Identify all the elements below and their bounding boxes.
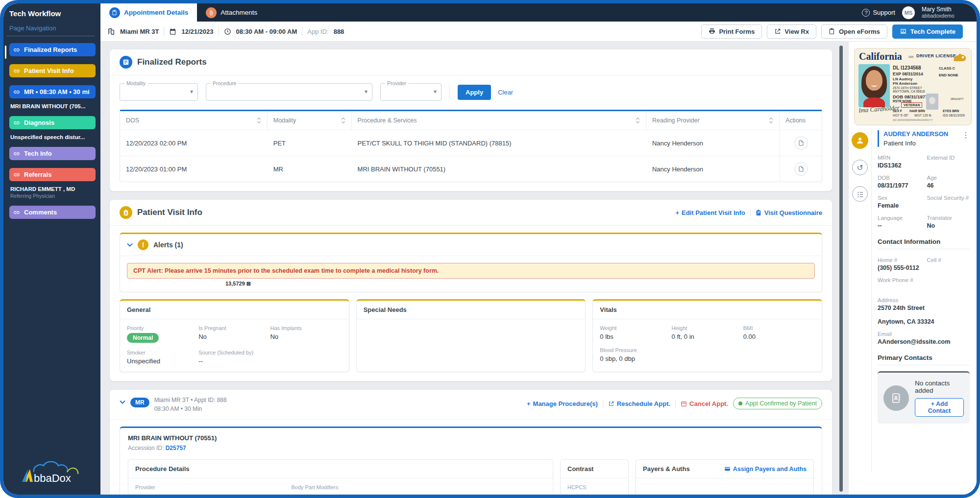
- history-icon[interactable]: ↺: [852, 160, 868, 175]
- field-label: HCPCS: [567, 484, 621, 490]
- edit-patient-visit-link[interactable]: + Edit Patient Visit Info: [675, 209, 745, 216]
- appointment-toolbar: Miami MR 3T 12/21/2023 08:30 AM - 09:00 …: [100, 22, 977, 42]
- finalized-reports-section: Finalized Reports Modality ▾ Procedure ▾…: [109, 49, 833, 191]
- sidebar-item-mr-appointment[interactable]: MR • 08:30 AM • 30 mi: [9, 85, 96, 98]
- laptop-icon: [900, 28, 907, 35]
- license-wgt: WGT 125 lb: [914, 114, 931, 117]
- add-contact-button[interactable]: + Add Contact: [915, 398, 964, 417]
- referral-name: RICHARD EMMETT , MD: [10, 186, 96, 192]
- view-report-button[interactable]: [794, 162, 808, 176]
- manage-procedures-link[interactable]: + Manage Procedure(s): [527, 400, 598, 407]
- field-label: Translator: [927, 215, 970, 221]
- cancel-appt-link[interactable]: Cancel Appt.: [681, 400, 728, 407]
- card-title: Payers & Auths: [643, 465, 690, 473]
- field-value: 0 sbp, 0 dbp: [600, 355, 815, 362]
- field-value: [927, 202, 970, 209]
- field-value: [878, 285, 970, 291]
- avatar[interactable]: MS: [902, 6, 915, 19]
- sidebar-item-tech-info[interactable]: Tech Info: [9, 147, 96, 160]
- field-label: Provider: [135, 484, 291, 490]
- license-eyes: EYES BRN: [943, 109, 959, 113]
- view-report-button[interactable]: [794, 136, 808, 150]
- column-header-reading-provider[interactable]: Reading Provider: [646, 111, 780, 130]
- sort-icon: [636, 118, 640, 123]
- document-icon: [798, 166, 804, 172]
- sidebar-item-comments[interactable]: Comments: [9, 206, 96, 219]
- plus-icon: +: [527, 400, 531, 407]
- user-name: Mary Smith: [922, 6, 963, 13]
- patient-details: AUDREY ANDERSON Patient Info ⋮ MRN IDS13…: [871, 130, 977, 473]
- assign-payers-link[interactable]: Assign Payers and Auths: [724, 466, 807, 473]
- checklist-icon[interactable]: [852, 186, 868, 202]
- divider: [603, 400, 603, 407]
- field-value: 46: [927, 182, 970, 189]
- work-phone-field: Work Phone #: [878, 277, 970, 291]
- accession-label: Accession ID:: [128, 445, 164, 451]
- field-value: Anytown, CA 33324: [878, 318, 970, 325]
- sex-field: Sex Female: [878, 195, 927, 209]
- sidebar-item-referrals[interactable]: Referrals: [9, 168, 96, 181]
- tech-complete-button[interactable]: Tech Complete: [892, 24, 963, 39]
- view-rx-button[interactable]: View Rx: [767, 24, 816, 39]
- tab-label: Appointment Details: [124, 9, 188, 16]
- smoker-field: Smoker Unspecified: [127, 350, 198, 365]
- cpt-alert-message: CPT Alert: Please arrive 15 minutes prio…: [127, 263, 815, 279]
- cell-modality: PET: [268, 130, 352, 156]
- field-label: Weight: [600, 325, 671, 331]
- reschedule-appt-link[interactable]: Reschedule Appt.: [608, 400, 670, 407]
- field-value: (305) 555-0112: [878, 264, 927, 271]
- accession-link[interactable]: D25757: [166, 445, 186, 451]
- vertical-scrollbar[interactable]: [839, 46, 843, 492]
- chevron-down-icon[interactable]: [127, 243, 133, 247]
- license-end: END NONE: [939, 73, 958, 77]
- tab-attachments[interactable]: Attachments: [197, 3, 266, 22]
- column-header-modality[interactable]: Modality: [268, 111, 352, 130]
- email-field: Email AAnderson@idssite.com: [878, 331, 970, 345]
- license-photo: [858, 64, 890, 107]
- column-header-dos[interactable]: DOS: [120, 111, 268, 130]
- driver-license-image: California USA DRIVER LICENSE DL I123456…: [854, 48, 972, 125]
- main-content: Finalized Reports Modality ▾ Procedure ▾…: [100, 42, 841, 495]
- appointment-line2: 08:30 AM • 30 Min: [154, 404, 227, 413]
- clear-button[interactable]: Clear: [498, 89, 513, 96]
- column-header-procedure[interactable]: Procedure & Services: [352, 111, 646, 130]
- modality-select[interactable]: Modality ▾: [120, 83, 198, 101]
- appointment-meta: Miami MR 3T • Appt ID: 888 08:30 AM • 30…: [154, 396, 227, 413]
- procedure-select[interactable]: Procedure ▾: [206, 83, 372, 101]
- user-info[interactable]: Mary Smith abbadoxdemo: [922, 6, 963, 19]
- external-link-icon: [608, 401, 614, 407]
- support-button[interactable]: ? Support: [862, 9, 895, 17]
- sidebar-item-finalized-reports[interactable]: Finalized Reports: [9, 43, 96, 56]
- kebab-menu-icon[interactable]: ⋮: [962, 130, 970, 147]
- sidebar-item-label: Diagnosis: [24, 119, 54, 126]
- link-label: Assign Payers and Auths: [733, 466, 807, 473]
- divider: [675, 400, 676, 407]
- chevron-down-icon: ▾: [190, 88, 193, 95]
- sidebar-item-patient-visit-info[interactable]: Patient Visit Info: [9, 64, 96, 77]
- sidebar-item-diagnosis[interactable]: Diagnosis: [9, 116, 96, 129]
- provider-select[interactable]: Provider ▾: [380, 83, 441, 101]
- link-icon: [13, 119, 20, 126]
- card-icon: [724, 466, 731, 472]
- print-forms-button[interactable]: Print Forms: [701, 24, 762, 39]
- patient-info-label: Patient Info: [883, 140, 948, 147]
- sidebar-item-label: Referrals: [24, 171, 51, 178]
- cell-dos: 12/20/2023 02:00 PM: [120, 130, 268, 156]
- visit-questionnaire-link[interactable]: Visit Questionnaire: [756, 209, 822, 216]
- patient-name-block: AUDREY ANDERSON Patient Info ⋮: [878, 130, 970, 147]
- chevron-down-icon: ▾: [434, 88, 437, 95]
- chevron-down-icon[interactable]: [120, 400, 125, 404]
- license-ln: LN Audrey: [893, 77, 912, 81]
- appt-confirmed-badge: Appt Confirmed by Patient: [733, 398, 822, 409]
- tab-appointment-details[interactable]: Appointment Details: [100, 3, 197, 22]
- workflow-title: Tech Workflow: [3, 3, 100, 18]
- apply-button[interactable]: Apply: [458, 85, 491, 100]
- patient-name-link[interactable]: AUDREY ANDERSON: [883, 130, 948, 138]
- age-field: Age 46: [927, 175, 970, 189]
- patient-icon[interactable]: [852, 132, 868, 149]
- open-eforms-button[interactable]: Open eForms: [821, 24, 887, 39]
- table-row: 12/20/2023 01:00 PM MR MRI BRAIN WITHOUT…: [120, 156, 822, 182]
- link-label: Cancel Appt.: [689, 400, 728, 407]
- field-label: Has Implants: [270, 325, 342, 331]
- button-label: Open eForms: [839, 28, 880, 35]
